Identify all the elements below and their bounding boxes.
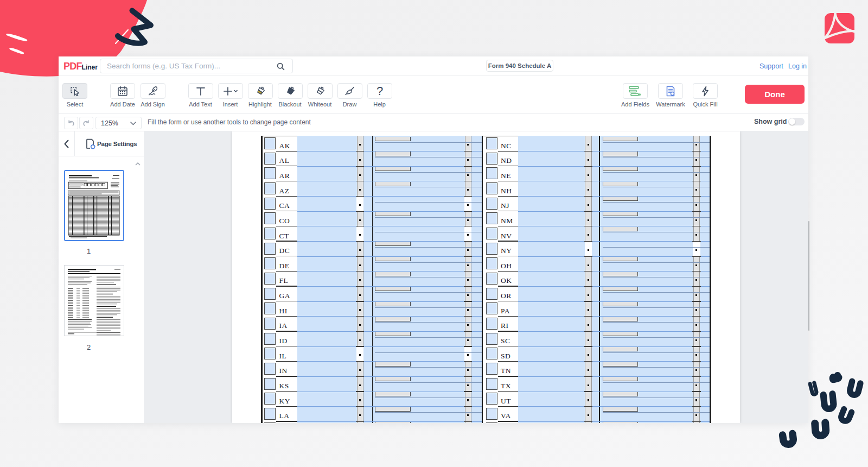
svg-text:?: ? bbox=[376, 84, 382, 98]
